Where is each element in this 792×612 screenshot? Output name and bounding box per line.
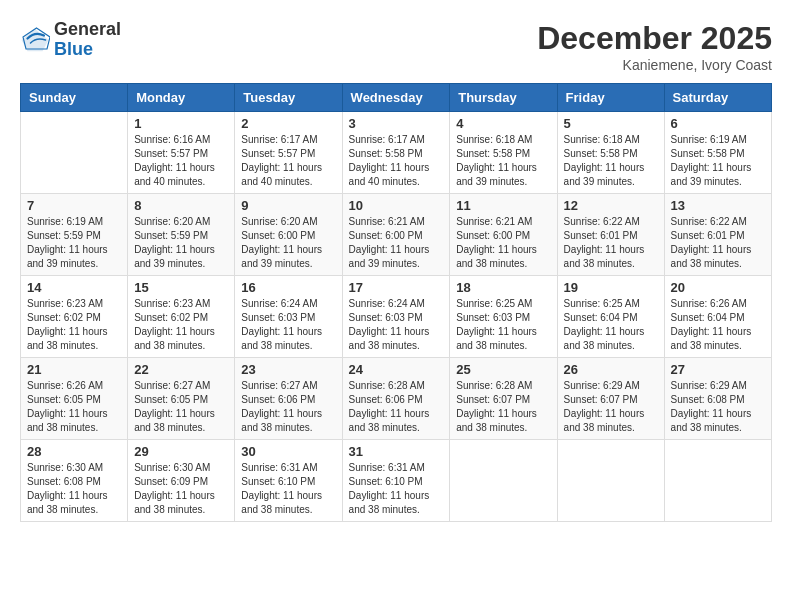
daylight-text: Daylight: 11 hours and 38 minutes. bbox=[564, 326, 645, 351]
calendar-cell: 21Sunrise: 6:26 AMSunset: 6:05 PMDayligh… bbox=[21, 358, 128, 440]
sunset-text: Sunset: 6:02 PM bbox=[134, 312, 208, 323]
sunrise-text: Sunrise: 6:18 AM bbox=[564, 134, 640, 145]
sunrise-text: Sunrise: 6:19 AM bbox=[27, 216, 103, 227]
sunrise-text: Sunrise: 6:17 AM bbox=[241, 134, 317, 145]
daylight-text: Daylight: 11 hours and 40 minutes. bbox=[241, 162, 322, 187]
sunrise-text: Sunrise: 6:31 AM bbox=[349, 462, 425, 473]
calendar-week-4: 21Sunrise: 6:26 AMSunset: 6:05 PMDayligh… bbox=[21, 358, 772, 440]
sunrise-text: Sunrise: 6:27 AM bbox=[134, 380, 210, 391]
calendar-cell: 19Sunrise: 6:25 AMSunset: 6:04 PMDayligh… bbox=[557, 276, 664, 358]
daylight-text: Daylight: 11 hours and 38 minutes. bbox=[349, 326, 430, 351]
sunset-text: Sunset: 5:58 PM bbox=[456, 148, 530, 159]
daylight-text: Daylight: 11 hours and 39 minutes. bbox=[27, 244, 108, 269]
calendar-cell: 7Sunrise: 6:19 AMSunset: 5:59 PMDaylight… bbox=[21, 194, 128, 276]
sunrise-text: Sunrise: 6:23 AM bbox=[27, 298, 103, 309]
sunset-text: Sunset: 6:03 PM bbox=[456, 312, 530, 323]
day-info: Sunrise: 6:25 AMSunset: 6:03 PMDaylight:… bbox=[456, 297, 550, 353]
day-number: 29 bbox=[134, 444, 228, 459]
logo: General Blue bbox=[20, 20, 121, 60]
daylight-text: Daylight: 11 hours and 40 minutes. bbox=[349, 162, 430, 187]
calendar-cell: 22Sunrise: 6:27 AMSunset: 6:05 PMDayligh… bbox=[128, 358, 235, 440]
daylight-text: Daylight: 11 hours and 38 minutes. bbox=[27, 490, 108, 515]
weekday-header-thursday: Thursday bbox=[450, 84, 557, 112]
daylight-text: Daylight: 11 hours and 38 minutes. bbox=[27, 326, 108, 351]
sunset-text: Sunset: 5:58 PM bbox=[564, 148, 638, 159]
logo-icon bbox=[20, 25, 50, 55]
logo-blue: Blue bbox=[54, 40, 121, 60]
sunset-text: Sunset: 6:06 PM bbox=[349, 394, 423, 405]
sunrise-text: Sunrise: 6:26 AM bbox=[27, 380, 103, 391]
sunrise-text: Sunrise: 6:20 AM bbox=[241, 216, 317, 227]
daylight-text: Daylight: 11 hours and 39 minutes. bbox=[241, 244, 322, 269]
day-number: 23 bbox=[241, 362, 335, 377]
day-info: Sunrise: 6:16 AMSunset: 5:57 PMDaylight:… bbox=[134, 133, 228, 189]
calendar-cell: 9Sunrise: 6:20 AMSunset: 6:00 PMDaylight… bbox=[235, 194, 342, 276]
day-number: 21 bbox=[27, 362, 121, 377]
day-info: Sunrise: 6:19 AMSunset: 5:59 PMDaylight:… bbox=[27, 215, 121, 271]
sunrise-text: Sunrise: 6:21 AM bbox=[349, 216, 425, 227]
calendar-cell: 20Sunrise: 6:26 AMSunset: 6:04 PMDayligh… bbox=[664, 276, 771, 358]
calendar-cell bbox=[450, 440, 557, 522]
calendar-cell: 3Sunrise: 6:17 AMSunset: 5:58 PMDaylight… bbox=[342, 112, 450, 194]
day-number: 1 bbox=[134, 116, 228, 131]
calendar-cell: 13Sunrise: 6:22 AMSunset: 6:01 PMDayligh… bbox=[664, 194, 771, 276]
calendar-cell: 29Sunrise: 6:30 AMSunset: 6:09 PMDayligh… bbox=[128, 440, 235, 522]
daylight-text: Daylight: 11 hours and 38 minutes. bbox=[671, 244, 752, 269]
weekday-header-friday: Friday bbox=[557, 84, 664, 112]
sunset-text: Sunset: 6:10 PM bbox=[349, 476, 423, 487]
calendar-cell: 16Sunrise: 6:24 AMSunset: 6:03 PMDayligh… bbox=[235, 276, 342, 358]
sunrise-text: Sunrise: 6:26 AM bbox=[671, 298, 747, 309]
daylight-text: Daylight: 11 hours and 38 minutes. bbox=[27, 408, 108, 433]
sunset-text: Sunset: 6:05 PM bbox=[134, 394, 208, 405]
calendar-cell: 14Sunrise: 6:23 AMSunset: 6:02 PMDayligh… bbox=[21, 276, 128, 358]
day-info: Sunrise: 6:26 AMSunset: 6:05 PMDaylight:… bbox=[27, 379, 121, 435]
weekday-header-wednesday: Wednesday bbox=[342, 84, 450, 112]
day-number: 7 bbox=[27, 198, 121, 213]
sunset-text: Sunset: 5:59 PM bbox=[27, 230, 101, 241]
day-info: Sunrise: 6:29 AMSunset: 6:08 PMDaylight:… bbox=[671, 379, 765, 435]
calendar-cell: 2Sunrise: 6:17 AMSunset: 5:57 PMDaylight… bbox=[235, 112, 342, 194]
page-header: General Blue December 2025 Kaniemene, Iv… bbox=[20, 20, 772, 73]
day-info: Sunrise: 6:30 AMSunset: 6:08 PMDaylight:… bbox=[27, 461, 121, 517]
day-number: 27 bbox=[671, 362, 765, 377]
sunrise-text: Sunrise: 6:22 AM bbox=[671, 216, 747, 227]
calendar-week-3: 14Sunrise: 6:23 AMSunset: 6:02 PMDayligh… bbox=[21, 276, 772, 358]
sunset-text: Sunset: 6:02 PM bbox=[27, 312, 101, 323]
calendar-week-1: 1Sunrise: 6:16 AMSunset: 5:57 PMDaylight… bbox=[21, 112, 772, 194]
calendar-cell bbox=[21, 112, 128, 194]
calendar-cell bbox=[557, 440, 664, 522]
day-number: 13 bbox=[671, 198, 765, 213]
day-number: 16 bbox=[241, 280, 335, 295]
daylight-text: Daylight: 11 hours and 38 minutes. bbox=[349, 408, 430, 433]
calendar-cell: 5Sunrise: 6:18 AMSunset: 5:58 PMDaylight… bbox=[557, 112, 664, 194]
daylight-text: Daylight: 11 hours and 39 minutes. bbox=[134, 244, 215, 269]
day-number: 15 bbox=[134, 280, 228, 295]
day-number: 19 bbox=[564, 280, 658, 295]
daylight-text: Daylight: 11 hours and 38 minutes. bbox=[241, 490, 322, 515]
daylight-text: Daylight: 11 hours and 38 minutes. bbox=[456, 326, 537, 351]
day-info: Sunrise: 6:17 AMSunset: 5:57 PMDaylight:… bbox=[241, 133, 335, 189]
day-info: Sunrise: 6:26 AMSunset: 6:04 PMDaylight:… bbox=[671, 297, 765, 353]
daylight-text: Daylight: 11 hours and 38 minutes. bbox=[349, 490, 430, 515]
day-info: Sunrise: 6:27 AMSunset: 6:06 PMDaylight:… bbox=[241, 379, 335, 435]
sunset-text: Sunset: 6:06 PM bbox=[241, 394, 315, 405]
day-number: 9 bbox=[241, 198, 335, 213]
sunset-text: Sunset: 6:05 PM bbox=[27, 394, 101, 405]
day-number: 31 bbox=[349, 444, 444, 459]
calendar-cell: 18Sunrise: 6:25 AMSunset: 6:03 PMDayligh… bbox=[450, 276, 557, 358]
day-info: Sunrise: 6:30 AMSunset: 6:09 PMDaylight:… bbox=[134, 461, 228, 517]
day-number: 30 bbox=[241, 444, 335, 459]
sunset-text: Sunset: 6:00 PM bbox=[349, 230, 423, 241]
calendar-cell: 12Sunrise: 6:22 AMSunset: 6:01 PMDayligh… bbox=[557, 194, 664, 276]
daylight-text: Daylight: 11 hours and 39 minutes. bbox=[564, 162, 645, 187]
day-number: 24 bbox=[349, 362, 444, 377]
day-number: 28 bbox=[27, 444, 121, 459]
day-info: Sunrise: 6:18 AMSunset: 5:58 PMDaylight:… bbox=[456, 133, 550, 189]
calendar-week-2: 7Sunrise: 6:19 AMSunset: 5:59 PMDaylight… bbox=[21, 194, 772, 276]
calendar-table: SundayMondayTuesdayWednesdayThursdayFrid… bbox=[20, 83, 772, 522]
sunrise-text: Sunrise: 6:28 AM bbox=[456, 380, 532, 391]
sunset-text: Sunset: 5:57 PM bbox=[134, 148, 208, 159]
day-info: Sunrise: 6:19 AMSunset: 5:58 PMDaylight:… bbox=[671, 133, 765, 189]
day-number: 17 bbox=[349, 280, 444, 295]
calendar-cell: 11Sunrise: 6:21 AMSunset: 6:00 PMDayligh… bbox=[450, 194, 557, 276]
